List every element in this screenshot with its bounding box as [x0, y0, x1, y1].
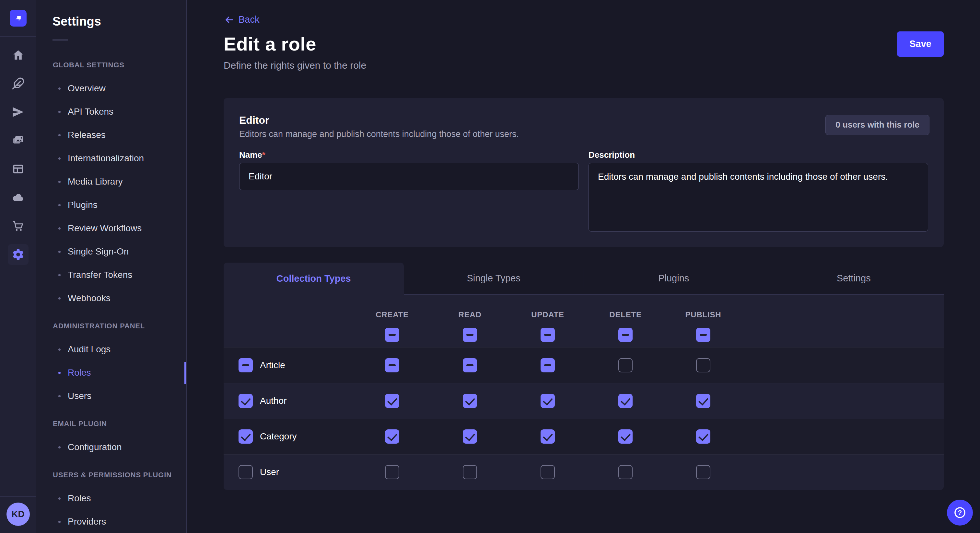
tab-label: Plugins	[658, 273, 689, 284]
bullet-icon	[58, 497, 60, 500]
bullet-icon	[58, 87, 60, 90]
sidebar-item-label: Users	[68, 391, 91, 401]
bullet-icon	[58, 251, 60, 253]
permission-row-article: Article	[224, 347, 944, 383]
sidebar-item-plugins[interactable]: Plugins	[36, 194, 186, 217]
tab-label: Single Types	[467, 273, 520, 284]
sidebar-item-label: Plugins	[68, 200, 97, 210]
tab-label: Settings	[837, 273, 871, 284]
article-delete-checkbox[interactable]	[618, 358, 633, 373]
description-textarea[interactable]	[589, 163, 928, 232]
permission-cell	[509, 429, 587, 444]
select-all-read-checkbox[interactable]	[463, 328, 477, 342]
avatar[interactable]: KD	[6, 503, 30, 526]
category-update-checkbox[interactable]	[541, 429, 555, 444]
article-read-checkbox[interactable]	[463, 358, 477, 373]
nav-content-manager[interactable]	[0, 69, 36, 98]
column-label: READ	[458, 310, 481, 319]
permission-cell	[587, 358, 664, 373]
tab-single-types[interactable]: Single Types	[404, 263, 584, 295]
sidebar-item-label: Internationalization	[68, 153, 144, 163]
author-create-checkbox[interactable]	[385, 394, 399, 408]
home-icon	[12, 49, 25, 62]
author-publish-checkbox[interactable]	[696, 394, 710, 408]
users-with-role-badge: 0 users with this role	[826, 115, 929, 135]
save-button[interactable]: Save	[897, 32, 944, 57]
name-input[interactable]	[239, 163, 579, 190]
bullet-icon	[58, 181, 60, 183]
sidebar-item-providers[interactable]: Providers	[36, 510, 186, 533]
author-read-checkbox[interactable]	[463, 394, 477, 408]
media-library-icon	[12, 134, 25, 147]
select-all-publish-checkbox[interactable]	[696, 328, 710, 342]
sidebar-item-overview[interactable]: Overview	[36, 77, 186, 100]
user-row-checkbox[interactable]	[239, 465, 253, 479]
sidebar-item-users[interactable]: Users	[36, 384, 186, 408]
sidebar-item-review-workflows[interactable]: Review Workflows	[36, 217, 186, 240]
subnav-section: GLOBAL SETTINGSOverviewAPI TokensRelease…	[36, 59, 186, 310]
sidebar-item-media-library[interactable]: Media Library	[36, 170, 186, 194]
section-label: USERS & PERMISSIONS PLUGIN	[36, 468, 186, 482]
bullet-icon	[58, 395, 60, 397]
sidebar-item-roles[interactable]: Roles	[36, 361, 186, 384]
nav-settings[interactable]	[0, 240, 36, 269]
select-all-create-checkbox[interactable]	[385, 328, 399, 342]
sidebar-item-audit-logs[interactable]: Audit Logs	[36, 338, 186, 361]
active-indicator	[185, 362, 186, 384]
article-row-checkbox[interactable]	[239, 358, 253, 373]
section-label: EMAIL PLUGIN	[36, 417, 186, 430]
sidebar-item-releases[interactable]: Releases	[36, 124, 186, 147]
article-publish-checkbox[interactable]	[696, 358, 710, 373]
author-update-checkbox[interactable]	[541, 394, 555, 408]
bullet-icon	[58, 157, 60, 160]
back-link[interactable]: Back	[224, 14, 259, 25]
cart-icon	[12, 219, 25, 233]
tab-settings[interactable]: Settings	[764, 263, 944, 295]
nav-home[interactable]	[0, 41, 36, 69]
user-publish-checkbox[interactable]	[696, 465, 710, 479]
role-name-heading: Editor	[239, 114, 928, 127]
article-create-checkbox[interactable]	[385, 358, 399, 373]
tab-collection-types[interactable]: Collection Types	[224, 263, 404, 295]
article-update-checkbox[interactable]	[541, 358, 555, 373]
subnav-section: EMAIL PLUGINConfiguration	[36, 417, 186, 459]
author-delete-checkbox[interactable]	[618, 394, 633, 408]
sidebar-item-single-sign-on[interactable]: Single Sign-On	[36, 240, 186, 263]
sidebar-item-configuration[interactable]: Configuration	[36, 436, 186, 459]
nav-media-library[interactable]	[0, 126, 36, 155]
sidebar-item-webhooks[interactable]: Webhooks	[36, 287, 186, 310]
bullet-icon	[58, 446, 60, 449]
permission-cell	[664, 465, 742, 479]
category-read-checkbox[interactable]	[463, 429, 477, 444]
sidebar-item-transfer-tokens[interactable]: Transfer Tokens	[36, 263, 186, 287]
bullet-icon	[58, 274, 60, 276]
nav-deploy[interactable]	[0, 183, 36, 212]
name-label: Name*	[239, 149, 579, 160]
category-publish-checkbox[interactable]	[696, 429, 710, 444]
sidebar-item-internationalization[interactable]: Internationalization	[36, 147, 186, 170]
permissions-card: Collection TypesSingle TypesPluginsSetti…	[224, 263, 944, 490]
nav-content-type-builder[interactable]	[0, 155, 36, 183]
category-delete-checkbox[interactable]	[618, 429, 633, 444]
author-row-checkbox[interactable]	[239, 394, 253, 408]
column-delete: DELETE	[587, 295, 664, 347]
user-delete-checkbox[interactable]	[618, 465, 633, 479]
nav-marketplace[interactable]	[0, 212, 36, 240]
select-all-delete-checkbox[interactable]	[618, 328, 633, 342]
category-create-checkbox[interactable]	[385, 429, 399, 444]
user-create-checkbox[interactable]	[385, 465, 399, 479]
sidebar-item-roles[interactable]: Roles	[36, 487, 186, 510]
sidebar-item-api-tokens[interactable]: API Tokens	[36, 100, 186, 124]
permissions-table: CREATEREADUPDATEDELETEPUBLISHArticleAuth…	[224, 295, 944, 490]
permission-cell	[587, 429, 664, 444]
strapi-logo-icon[interactable]	[10, 10, 27, 27]
select-all-update-checkbox[interactable]	[541, 328, 555, 342]
row-label: User	[260, 467, 279, 477]
nav-releases[interactable]	[0, 98, 36, 126]
tab-plugins[interactable]: Plugins	[584, 263, 764, 295]
row-label: Author	[260, 396, 287, 406]
help-button[interactable]: ?	[947, 500, 973, 525]
user-update-checkbox[interactable]	[541, 465, 555, 479]
user-read-checkbox[interactable]	[463, 465, 477, 479]
category-row-checkbox[interactable]	[239, 429, 253, 444]
